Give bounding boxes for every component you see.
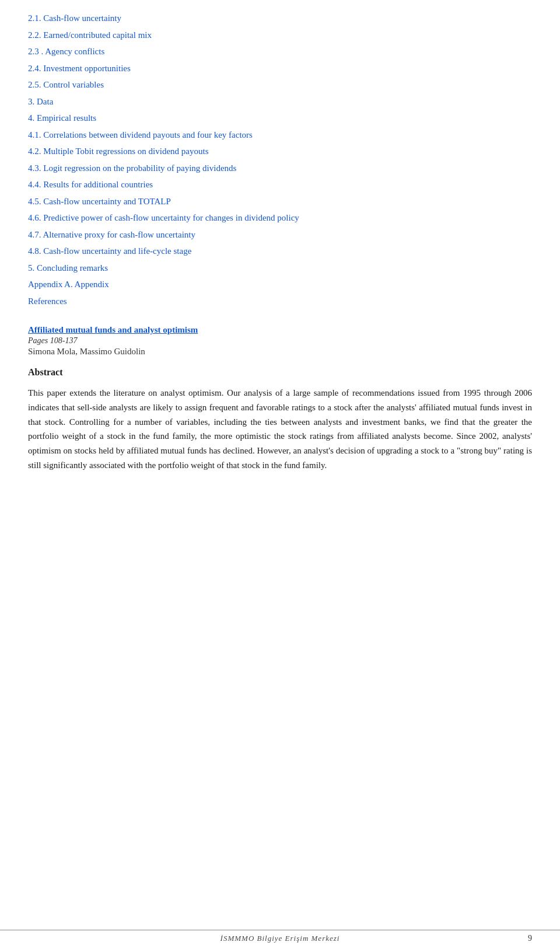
toc-item-5[interactable]: 5. Concluding remarks <box>28 261 532 275</box>
toc-item-references[interactable]: References <box>28 295 532 308</box>
toc-link-2-1[interactable]: 2.1. Cash-flow uncertainty <box>28 13 121 23</box>
toc-link-4-6[interactable]: 4.6. Predictive power of cash-flow uncer… <box>28 213 299 222</box>
toc-link-4-1[interactable]: 4.1. Correlations between dividend payou… <box>28 130 253 139</box>
abstract-body: This paper extends the literature on ana… <box>28 386 532 473</box>
toc-list: 2.1. Cash-flow uncertainty 2.2. Earned/c… <box>28 12 532 308</box>
toc-item-4-4[interactable]: 4.4. Results for additional countries <box>28 178 532 191</box>
toc-link-4-2[interactable]: 4.2. Multiple Tobit regressions on divid… <box>28 146 209 156</box>
article-pages: Pages 108-137 <box>28 336 532 346</box>
toc-link-2-4[interactable]: 2.4. Investment opportunities <box>28 64 131 73</box>
article-section: Affiliated mutual funds and analyst opti… <box>28 325 532 473</box>
toc-link-4-7[interactable]: 4.7. Alternative proxy for cash-flow unc… <box>28 230 195 239</box>
toc-item-2-2[interactable]: 2.2. Earned/contributed capital mix <box>28 29 532 42</box>
toc-link-4-3[interactable]: 4.3. Logit regression on the probability… <box>28 163 236 173</box>
toc-link-4-5[interactable]: 4.5. Cash-flow uncertainty and TOTALP <box>28 197 171 206</box>
toc-item-3[interactable]: 3. Data <box>28 95 532 109</box>
toc-link-2-3[interactable]: 2.3 . Agency conflicts <box>28 47 104 56</box>
toc-item-2-1[interactable]: 2.1. Cash-flow uncertainty <box>28 12 532 25</box>
toc-link-5[interactable]: 5. Concluding remarks <box>28 263 108 273</box>
toc-item-4-6[interactable]: 4.6. Predictive power of cash-flow uncer… <box>28 211 532 225</box>
toc-item-2-5[interactable]: 2.5. Control variables <box>28 78 532 92</box>
toc-item-2-4[interactable]: 2.4. Investment opportunities <box>28 62 532 75</box>
toc-item-4-5[interactable]: 4.5. Cash-flow uncertainty and TOTALP <box>28 195 532 208</box>
toc-item-4-1[interactable]: 4.1. Correlations between dividend payou… <box>28 128 532 142</box>
toc-link-2-2[interactable]: 2.2. Earned/contributed capital mix <box>28 30 152 40</box>
toc-link-4[interactable]: 4. Empirical results <box>28 113 96 123</box>
toc-item-4-2[interactable]: 4.2. Multiple Tobit regressions on divid… <box>28 145 532 158</box>
footer-text: İSMMMO Bilgiye Erişim Merkezi <box>220 934 340 943</box>
toc-link-4-4[interactable]: 4.4. Results for additional countries <box>28 180 153 189</box>
toc-link-2-5[interactable]: 2.5. Control variables <box>28 80 104 89</box>
toc-item-appendix-a[interactable]: Appendix A. Appendix <box>28 278 532 291</box>
toc-item-4[interactable]: 4. Empirical results <box>28 111 532 125</box>
page-number: 9 <box>528 934 532 943</box>
toc-link-references[interactable]: References <box>28 296 67 306</box>
article-title[interactable]: Affiliated mutual funds and analyst opti… <box>28 325 532 335</box>
toc-item-4-8[interactable]: 4.8. Cash-flow uncertainty and life-cycl… <box>28 245 532 258</box>
article-authors: Simona Mola, Massimo Guidolin <box>28 347 532 357</box>
abstract-heading: Abstract <box>28 367 532 378</box>
toc-link-4-8[interactable]: 4.8. Cash-flow uncertainty and life-cycl… <box>28 246 191 256</box>
toc-link-3[interactable]: 3. Data <box>28 97 53 106</box>
toc-item-2-3[interactable]: 2.3 . Agency conflicts <box>28 45 532 58</box>
toc-item-4-7[interactable]: 4.7. Alternative proxy for cash-flow unc… <box>28 228 532 242</box>
toc-item-4-3[interactable]: 4.3. Logit regression on the probability… <box>28 162 532 175</box>
footer-bar: İSMMMO Bilgiye Erişim Merkezi <box>0 930 560 943</box>
toc-link-appendix-a[interactable]: Appendix A. Appendix <box>28 280 109 289</box>
